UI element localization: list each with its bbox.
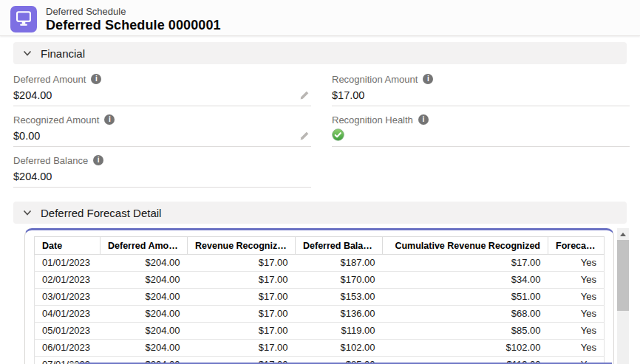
table-cell: $17.00 [188,289,296,306]
table-cell: $102.00 [296,340,383,357]
deferred-schedule-object-icon [10,6,37,32]
field-recognition-amount: Recognition Amount $17.00 [332,66,630,106]
forecast-table-region: DateDeferred AmountRevenue RecognizedDef… [24,228,629,364]
field-label: Deferred Balance [13,155,88,166]
field-label: Recognition Amount [332,74,418,85]
field-recognition-health: Recognition Health [332,106,630,147]
table-cell: 01/01/2023 [35,255,101,272]
field-value-row: $0.00 [13,127,311,146]
table-cell: $17.00 [188,306,296,323]
table-row: 01/01/2023$204.00$17.00$187.00$17.00Yes [35,255,605,272]
section-title-deferred-forecast-detail: Deferred Forecast Detail [41,207,161,219]
table-cell: $85.00 [383,323,548,340]
table-row: 05/01/2023$204.00$17.00$119.00$85.00Yes [35,323,605,340]
table-cell: $204.00 [101,289,188,306]
column-header: Deferred Amount [101,237,188,255]
column-header: Date [35,237,101,255]
table-cell: Yes [548,255,605,272]
field-value-row: $204.00 [13,168,311,187]
table-cell: $17.00 [383,255,548,272]
table-header-row: DateDeferred AmountRevenue RecognizedDef… [35,237,605,255]
field-value-row: $17.00 [332,86,630,106]
table-row: 02/01/2023$204.00$17.00$170.00$34.00Yes [35,272,605,289]
table-row: 04/01/2023$204.00$17.00$136.00$68.00Yes [35,306,605,323]
section-header-deferred-forecast-detail[interactable]: Deferred Forecast Detail [13,202,627,224]
info-icon[interactable] [91,74,101,84]
info-icon[interactable] [418,114,429,125]
info-icon[interactable] [423,74,433,84]
table-cell: 03/01/2023 [35,289,101,306]
table-cell: Yes [548,340,605,357]
table-cell: $17.00 [188,323,296,340]
column-header: Forecast? [548,237,605,255]
field-label-row: Recognition Amount [332,72,630,86]
table-cell: 06/01/2023 [35,340,101,357]
field-value-row: $204.00 [13,86,311,106]
section-title-financial: Financial [41,47,85,60]
field-value: $17.00 [332,89,364,101]
chevron-down-icon[interactable] [22,48,33,58]
field-label: Deferred Amount [13,74,86,85]
table-cell: $204.00 [101,306,188,323]
forecast-table: DateDeferred AmountRevenue RecognizedDef… [34,236,605,364]
deferred-schedule-page: Deferred Schedule Deferred Schedule 0000… [0,0,640,364]
record-header: Deferred Schedule Deferred Schedule 0000… [0,0,640,36]
field-label: Recognition Health [332,114,413,126]
table-cell: $34.00 [383,272,548,289]
edit-pencil-icon[interactable] [299,131,310,141]
success-check-icon [332,128,344,143]
field-label: Recognized Amount [13,114,99,126]
scrollbar-thumb[interactable] [617,240,629,311]
table-cell: Yes [548,323,605,340]
section-header-financial[interactable]: Financial [13,42,627,64]
vertical-scrollbar[interactable] [617,228,629,364]
info-icon[interactable] [104,114,115,125]
table-row: 03/01/2023$204.00$17.00$153.00$51.00Yes [35,289,605,306]
table-cell: $68.00 [383,306,548,323]
table-cell: $51.00 [383,289,548,306]
table-cell: $119.00 [296,323,383,340]
chevron-down-icon[interactable] [22,207,33,218]
record-header-text: Deferred Schedule Deferred Schedule 0000… [46,6,221,33]
page-title: Deferred Schedule 0000001 [46,18,221,33]
field-label-row: Recognition Health [332,112,630,127]
table-cell: 05/01/2023 [35,323,101,340]
forecast-table-card: DateDeferred AmountRevenue RecognizedDef… [24,228,614,364]
column-header: Deferred Balance [296,237,383,255]
table-cell: $17.00 [188,340,296,357]
column-header: Cumulative Revenue Recognized [383,237,548,255]
field-deferred-balance: Deferred Balance $204.00 [13,147,311,188]
edit-pencil-icon[interactable] [299,90,310,100]
table-cell: Yes [548,272,605,289]
field-label-row: Deferred Balance [13,153,311,168]
table-cell: $204.00 [101,323,188,340]
forecast-table-header: DateDeferred AmountRevenue RecognizedDef… [35,237,605,255]
table-cell: 04/01/2023 [35,306,101,323]
table-cell: $204.00 [101,272,188,289]
forecast-table-body: 01/01/2023$204.00$17.00$187.00$17.00Yes0… [35,255,605,364]
table-cell: Yes [548,306,605,323]
field-label-row: Deferred Amount [13,72,311,86]
field-value: $204.00 [13,89,52,101]
field-deferred-amount: Deferred Amount $204.00 [13,66,311,106]
field-value-row [332,127,630,146]
table-cell: $17.00 [188,272,296,289]
financial-fields: Deferred Amount $204.00 Recognition Amou… [13,66,630,188]
table-cell: $102.00 [383,340,548,357]
table-cell: $136.00 [296,306,383,323]
table-cell: Yes [548,289,605,306]
table-cell: 02/01/2023 [35,272,101,289]
table-cell: $204.00 [101,340,188,357]
table-cell: $170.00 [296,272,383,289]
table-cell: $17.00 [188,255,296,272]
info-icon[interactable] [93,155,103,165]
table-cell: $204.00 [101,255,188,272]
desktop-monitor-icon [14,8,33,30]
table-cell: $153.00 [296,289,383,306]
table-cell: $187.00 [296,255,383,272]
scrollbar-up-button[interactable] [617,228,629,240]
field-value: $204.00 [13,171,52,182]
field-recognized-amount: Recognized Amount $0.00 [13,106,311,147]
triangle-up-icon [620,233,626,236]
field-value: $0.00 [13,130,40,142]
